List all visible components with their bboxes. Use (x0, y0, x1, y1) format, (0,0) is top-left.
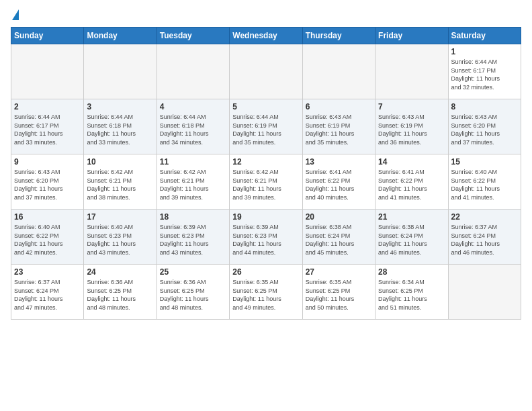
calendar-cell: 13Sunrise: 6:41 AM Sunset: 6:22 PM Dayli… (302, 154, 375, 210)
day-info: Sunrise: 6:36 AM Sunset: 6:25 PM Dayligh… (160, 278, 226, 312)
day-number: 2 (14, 102, 81, 111)
day-number: 7 (378, 102, 445, 111)
calendar-cell: 25Sunrise: 6:36 AM Sunset: 6:25 PM Dayli… (157, 265, 229, 320)
day-number: 10 (87, 157, 153, 167)
weekday-header-row: SundayMondayTuesdayWednesdayThursdayFrid… (11, 28, 521, 44)
calendar-cell: 22Sunrise: 6:37 AM Sunset: 6:24 PM Dayli… (448, 210, 521, 265)
logo (11, 11, 19, 20)
calendar-week-row: 23Sunrise: 6:37 AM Sunset: 6:24 PM Dayli… (11, 265, 521, 320)
day-info: Sunrise: 6:41 AM Sunset: 6:22 PM Dayligh… (306, 168, 372, 201)
calendar-cell: 16Sunrise: 6:40 AM Sunset: 6:22 PM Dayli… (11, 210, 84, 265)
day-info: Sunrise: 6:42 AM Sunset: 6:21 PM Dayligh… (87, 168, 153, 201)
calendar-cell: 14Sunrise: 6:41 AM Sunset: 6:22 PM Dayli… (375, 154, 448, 210)
calendar-cell: 23Sunrise: 6:37 AM Sunset: 6:24 PM Dayli… (11, 265, 84, 320)
day-info: Sunrise: 6:40 AM Sunset: 6:22 PM Dayligh… (451, 168, 518, 201)
day-info: Sunrise: 6:42 AM Sunset: 6:21 PM Dayligh… (160, 168, 226, 201)
calendar-week-row: 16Sunrise: 6:40 AM Sunset: 6:22 PM Dayli… (11, 210, 521, 265)
day-info: Sunrise: 6:43 AM Sunset: 6:20 PM Dayligh… (14, 168, 81, 201)
day-number: 28 (378, 267, 445, 277)
calendar-cell: 7Sunrise: 6:43 AM Sunset: 6:19 PM Daylig… (375, 99, 448, 154)
weekday-header-monday: Monday (84, 28, 157, 44)
day-info: Sunrise: 6:42 AM Sunset: 6:21 PM Dayligh… (232, 168, 299, 201)
day-number: 11 (160, 157, 226, 167)
day-number: 8 (451, 102, 518, 111)
calendar-cell (230, 44, 302, 99)
day-info: Sunrise: 6:44 AM Sunset: 6:17 PM Dayligh… (14, 113, 81, 146)
calendar-cell: 27Sunrise: 6:35 AM Sunset: 6:25 PM Dayli… (302, 265, 375, 320)
calendar-cell: 24Sunrise: 6:36 AM Sunset: 6:25 PM Dayli… (84, 265, 157, 320)
calendar-cell: 6Sunrise: 6:43 AM Sunset: 6:19 PM Daylig… (302, 99, 375, 154)
day-number: 21 (378, 212, 445, 222)
day-info: Sunrise: 6:40 AM Sunset: 6:23 PM Dayligh… (87, 223, 153, 257)
calendar-table: SundayMondayTuesdayWednesdayThursdayFrid… (11, 27, 521, 320)
calendar-cell: 17Sunrise: 6:40 AM Sunset: 6:23 PM Dayli… (84, 210, 157, 265)
weekday-header-thursday: Thursday (302, 28, 375, 44)
day-number: 24 (87, 267, 153, 277)
day-number: 17 (87, 212, 153, 222)
day-info: Sunrise: 6:37 AM Sunset: 6:24 PM Dayligh… (14, 278, 81, 312)
day-info: Sunrise: 6:36 AM Sunset: 6:25 PM Dayligh… (87, 278, 153, 312)
calendar-cell: 12Sunrise: 6:42 AM Sunset: 6:21 PM Dayli… (230, 154, 302, 210)
day-number: 9 (14, 157, 81, 167)
day-number: 15 (451, 157, 518, 167)
day-info: Sunrise: 6:34 AM Sunset: 6:25 PM Dayligh… (378, 278, 445, 312)
day-info: Sunrise: 6:40 AM Sunset: 6:22 PM Dayligh… (14, 223, 81, 257)
calendar-cell: 10Sunrise: 6:42 AM Sunset: 6:21 PM Dayli… (84, 154, 157, 210)
day-info: Sunrise: 6:35 AM Sunset: 6:25 PM Dayligh… (306, 278, 372, 312)
calendar-cell: 15Sunrise: 6:40 AM Sunset: 6:22 PM Dayli… (448, 154, 521, 210)
day-number: 27 (306, 267, 372, 277)
day-info: Sunrise: 6:44 AM Sunset: 6:18 PM Dayligh… (87, 113, 153, 146)
calendar-cell (302, 44, 375, 99)
calendar-cell: 28Sunrise: 6:34 AM Sunset: 6:25 PM Dayli… (375, 265, 448, 320)
day-number: 4 (160, 102, 226, 111)
day-number: 14 (378, 157, 445, 167)
calendar-cell (448, 265, 521, 320)
calendar-cell: 9Sunrise: 6:43 AM Sunset: 6:20 PM Daylig… (11, 154, 84, 210)
calendar-cell: 18Sunrise: 6:39 AM Sunset: 6:23 PM Dayli… (157, 210, 229, 265)
day-number: 12 (232, 157, 299, 167)
calendar-cell: 1Sunrise: 6:44 AM Sunset: 6:17 PM Daylig… (448, 44, 521, 99)
day-number: 16 (14, 212, 81, 222)
calendar-cell (157, 44, 229, 99)
day-info: Sunrise: 6:37 AM Sunset: 6:24 PM Dayligh… (451, 223, 518, 257)
calendar-cell: 19Sunrise: 6:39 AM Sunset: 6:23 PM Dayli… (230, 210, 302, 265)
calendar-week-row: 2Sunrise: 6:44 AM Sunset: 6:17 PM Daylig… (11, 99, 521, 154)
calendar-cell (375, 44, 448, 99)
calendar-cell: 26Sunrise: 6:35 AM Sunset: 6:25 PM Dayli… (230, 265, 302, 320)
day-number: 5 (232, 102, 299, 111)
day-info: Sunrise: 6:38 AM Sunset: 6:24 PM Dayligh… (378, 223, 445, 257)
day-number: 6 (306, 102, 372, 111)
weekday-header-saturday: Saturday (448, 28, 521, 44)
calendar-cell: 2Sunrise: 6:44 AM Sunset: 6:17 PM Daylig… (11, 99, 84, 154)
calendar-cell: 21Sunrise: 6:38 AM Sunset: 6:24 PM Dayli… (375, 210, 448, 265)
weekday-header-friday: Friday (375, 28, 448, 44)
calendar-cell: 8Sunrise: 6:43 AM Sunset: 6:20 PM Daylig… (448, 99, 521, 154)
day-info: Sunrise: 6:44 AM Sunset: 6:18 PM Dayligh… (160, 113, 226, 146)
calendar-cell (84, 44, 157, 99)
calendar-cell: 11Sunrise: 6:42 AM Sunset: 6:21 PM Dayli… (157, 154, 229, 210)
day-info: Sunrise: 6:44 AM Sunset: 6:17 PM Dayligh… (451, 58, 518, 91)
day-info: Sunrise: 6:35 AM Sunset: 6:25 PM Dayligh… (232, 278, 299, 312)
day-number: 26 (232, 267, 299, 277)
day-info: Sunrise: 6:39 AM Sunset: 6:23 PM Dayligh… (160, 223, 226, 257)
day-number: 18 (160, 212, 226, 222)
day-info: Sunrise: 6:43 AM Sunset: 6:20 PM Dayligh… (451, 113, 518, 146)
day-info: Sunrise: 6:43 AM Sunset: 6:19 PM Dayligh… (306, 113, 372, 146)
header (11, 11, 521, 20)
calendar-cell: 3Sunrise: 6:44 AM Sunset: 6:18 PM Daylig… (84, 99, 157, 154)
calendar-cell: 4Sunrise: 6:44 AM Sunset: 6:18 PM Daylig… (157, 99, 229, 154)
day-info: Sunrise: 6:39 AM Sunset: 6:23 PM Dayligh… (232, 223, 299, 257)
day-info: Sunrise: 6:41 AM Sunset: 6:22 PM Dayligh… (378, 168, 445, 201)
weekday-header-wednesday: Wednesday (230, 28, 302, 44)
day-info: Sunrise: 6:38 AM Sunset: 6:24 PM Dayligh… (306, 223, 372, 257)
day-number: 22 (451, 212, 518, 222)
logo-triangle-icon (12, 9, 19, 20)
day-number: 19 (232, 212, 299, 222)
day-number: 13 (306, 157, 372, 167)
day-number: 23 (14, 267, 81, 277)
day-number: 3 (87, 102, 153, 111)
day-number: 1 (451, 47, 518, 56)
day-number: 25 (160, 267, 226, 277)
calendar-cell: 5Sunrise: 6:44 AM Sunset: 6:19 PM Daylig… (230, 99, 302, 154)
calendar-week-row: 1Sunrise: 6:44 AM Sunset: 6:17 PM Daylig… (11, 44, 521, 99)
